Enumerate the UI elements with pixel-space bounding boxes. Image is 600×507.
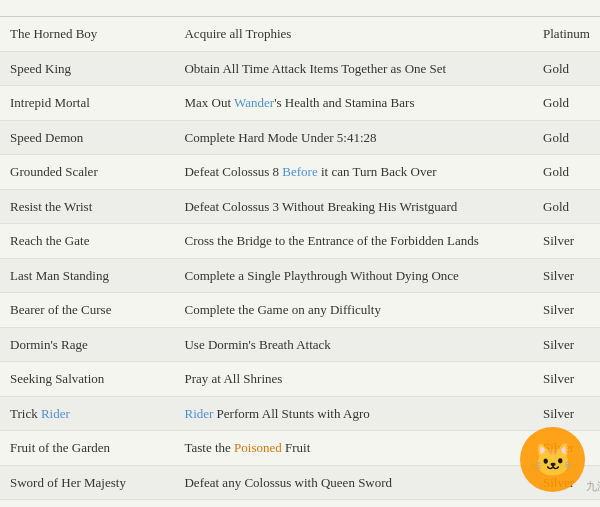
cell-name: Trick Rider (0, 396, 174, 431)
cell-trophy: Silver (533, 396, 600, 431)
cell-description: Acquire all Trophies (174, 17, 533, 52)
cell-trophy: Gold (533, 86, 600, 121)
cell-trophy: Gold (533, 155, 600, 190)
cell-name: Reach the Gate (0, 224, 174, 259)
table-row: Intrepid MortalMax Out Wander's Health a… (0, 86, 600, 121)
cell-description: Defeat Colossus 8 Before it can Turn Bac… (174, 155, 533, 190)
cell-description: Pray at All Shrines (174, 362, 533, 397)
table-row: Resist the WristDefeat Colossus 3 Withou… (0, 189, 600, 224)
cell-name: The Horned Boy (0, 17, 174, 52)
cell-trophy: Silver (533, 293, 600, 328)
cell-description: Taste the Poisoned Fruit (174, 431, 533, 466)
cell-trophy: Silver (533, 465, 600, 500)
cell-description: Rider Perform All Stunts with Agro (174, 396, 533, 431)
cell-name: Fruit of the Garden (0, 431, 174, 466)
cell-description: Max Out Wander's Health and Stamina Bars (174, 86, 533, 121)
header-description (174, 0, 533, 17)
cell-trophy: Silver (533, 362, 600, 397)
cell-name: Dormin's Rage (0, 327, 174, 362)
table-header-row (0, 0, 600, 17)
table-row: The Horned BoyAcquire all TrophiesPlatin… (0, 17, 600, 52)
cell-name: Intrepid Mortal (0, 86, 174, 121)
table-row: Speed KingObtain All Time Attack Items T… (0, 51, 600, 86)
cell-description: Defeat any Colossus with Queen Sword (174, 465, 533, 500)
cell-trophy: Silver (533, 258, 600, 293)
cell-name: Speed King (0, 51, 174, 86)
cell-name: Resist the Wrist (0, 189, 174, 224)
cell-description: Use Dormin's Breath Attack (174, 327, 533, 362)
table-row: Last Man StandingComplete a Single Playt… (0, 258, 600, 293)
table-row: Reach the GateCross the Bridge to the En… (0, 224, 600, 259)
table-row: Seeking SalvationPray at All ShrinesSilv… (0, 362, 600, 397)
cell-trophy: Silver (533, 431, 600, 466)
cell-description: Complete the Game on any Difficulty (174, 293, 533, 328)
cell-description: Obtain All Time Attack Items Together as… (174, 51, 533, 86)
header-trophy (533, 0, 600, 17)
cell-trophy: Silver (533, 224, 600, 259)
cell-trophy: Gold (533, 189, 600, 224)
table-row: Grounded ScalerDefeat Colossus 8 Before … (0, 155, 600, 190)
cell-name: Sword of Her Majesty (0, 465, 174, 500)
cell-name: Speed Demon (0, 120, 174, 155)
cell-name: Bearer of the Curse (0, 293, 174, 328)
header-name (0, 0, 174, 17)
table-row: Speed DemonComplete Hard Mode Under 5:41… (0, 120, 600, 155)
cell-name: Last Man Standing (0, 258, 174, 293)
cell-description: Defeat Colossus 3 Without Breaking His W… (174, 189, 533, 224)
trophy-table: The Horned BoyAcquire all TrophiesPlatin… (0, 0, 600, 500)
cell-trophy: Gold (533, 120, 600, 155)
cell-description: Complete Hard Mode Under 5:41:28 (174, 120, 533, 155)
table-row: Bearer of the CurseComplete the Game on … (0, 293, 600, 328)
table-row: Dormin's RageUse Dormin's Breath AttackS… (0, 327, 600, 362)
cell-trophy: Platinum (533, 17, 600, 52)
table-row: Fruit of the GardenTaste the Poisoned Fr… (0, 431, 600, 466)
table-row: Trick RiderRider Perform All Stunts with… (0, 396, 600, 431)
cell-name: Seeking Salvation (0, 362, 174, 397)
cell-description: Cross the Bridge to the Entrance of the … (174, 224, 533, 259)
table-row: Sword of Her MajestyDefeat any Colossus … (0, 465, 600, 500)
cell-trophy: Gold (533, 51, 600, 86)
cell-name: Grounded Scaler (0, 155, 174, 190)
cell-trophy: Silver (533, 327, 600, 362)
cell-description: Complete a Single Playthrough Without Dy… (174, 258, 533, 293)
